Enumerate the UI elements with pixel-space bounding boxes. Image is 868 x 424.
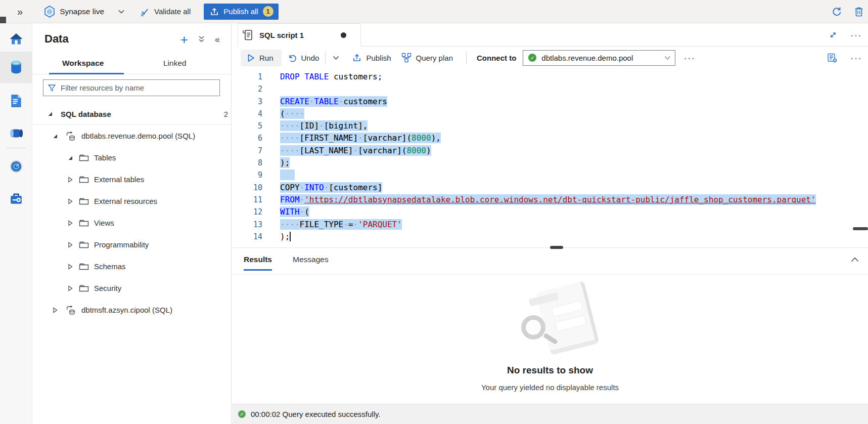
results-body: No results to show Your query yielded no… bbox=[232, 275, 868, 404]
code-line[interactable]: 5····[ID]·[bigint], bbox=[232, 120, 868, 132]
discard-all-icon[interactable] bbox=[854, 7, 864, 17]
tree-item-label: dbtlabs.revenue.demo.pool (SQL) bbox=[81, 132, 195, 140]
tab-more-actions-icon[interactable]: ··· bbox=[850, 32, 862, 37]
tree-item-external-tables[interactable]: External tables bbox=[32, 168, 232, 190]
tree-item-external-resources[interactable]: External resources bbox=[32, 190, 232, 212]
collapsed-arrow-icon[interactable] bbox=[67, 264, 73, 270]
collapsed-arrow-icon[interactable] bbox=[52, 307, 58, 313]
code-line[interactable]: 3CREATE·TABLE·customers bbox=[232, 96, 868, 108]
code-line[interactable]: 14); bbox=[232, 231, 868, 243]
undo-button[interactable]: Undo bbox=[288, 54, 319, 62]
folder-icon bbox=[79, 219, 89, 227]
line-number: 13 bbox=[232, 219, 262, 231]
publish-label: Publish bbox=[366, 54, 391, 62]
editor-scrollbar-thumb[interactable] bbox=[853, 227, 868, 230]
script-properties-icon[interactable] bbox=[828, 53, 837, 63]
tab-workspace[interactable]: Workspace bbox=[62, 59, 104, 68]
collapsed-arrow-icon[interactable] bbox=[67, 242, 73, 248]
toolbar-separator bbox=[325, 52, 326, 63]
upload-icon bbox=[210, 7, 219, 16]
add-resource-icon[interactable]: + bbox=[180, 34, 188, 45]
code-line[interactable]: 8); bbox=[232, 157, 868, 169]
nav-monitor-button[interactable] bbox=[0, 151, 32, 182]
run-button[interactable]: Run bbox=[241, 50, 282, 66]
expanded-arrow-icon[interactable] bbox=[67, 155, 73, 160]
tab-linked[interactable]: Linked bbox=[163, 59, 187, 68]
tab-sql-script-1[interactable]: SQL script 1 bbox=[238, 23, 361, 47]
validate-all-button[interactable]: Validate all bbox=[140, 7, 191, 17]
collapsed-arrow-icon[interactable] bbox=[67, 220, 73, 226]
nav-data-button[interactable] bbox=[0, 52, 32, 83]
collapse-all-icon[interactable] bbox=[198, 36, 205, 43]
panel-tabs: Workspace Linked bbox=[32, 57, 232, 75]
collapse-results-icon[interactable] bbox=[851, 257, 859, 262]
tab-messages[interactable]: Messages bbox=[293, 255, 329, 269]
line-number: 9 bbox=[232, 169, 262, 181]
code-line[interactable]: 9 bbox=[232, 169, 868, 181]
folder-icon bbox=[79, 241, 89, 248]
empty-state-title: No results to show bbox=[232, 365, 868, 376]
monitor-icon bbox=[10, 160, 23, 173]
undo-icon bbox=[288, 54, 297, 62]
code-line[interactable]: 7····[LAST_NAME]·[varchar](8000) bbox=[232, 145, 868, 157]
synapse-hexagon-icon bbox=[44, 6, 55, 18]
filter-input[interactable] bbox=[60, 83, 219, 93]
main-area: SQL script 1 ··· Run U bbox=[232, 23, 868, 424]
expand-nav-icon[interactable]: » bbox=[17, 7, 23, 17]
publish-all-button[interactable]: Publish all 1 bbox=[204, 4, 278, 20]
active-tab-underline bbox=[49, 73, 124, 74]
collapsed-arrow-icon[interactable] bbox=[67, 285, 73, 291]
tree-item-dbtmsft-azsyn-cipool-sql[interactable]: dbtmsft.azsyn.cipool (SQL) bbox=[32, 299, 232, 321]
connect-to-dropdown[interactable]: ✓ dbtlabs.revenue.demo.pool bbox=[523, 50, 675, 66]
code-line[interactable]: 10COPY·INTO·[customers] bbox=[232, 182, 868, 194]
tree-item-tables[interactable]: Tables bbox=[32, 147, 232, 168]
chevron-down-icon[interactable] bbox=[118, 10, 124, 14]
no-results-illustration bbox=[521, 286, 592, 354]
line-number: 1 bbox=[232, 71, 262, 83]
code-line[interactable]: 6····[FIRST_NAME]·[varchar](8000), bbox=[232, 132, 868, 144]
editor-more-actions-icon[interactable]: ··· bbox=[850, 55, 862, 60]
expanded-arrow-icon[interactable] bbox=[52, 134, 58, 139]
code-line[interactable]: 11FROM·'https://dbtlabsynapsedatalake.bl… bbox=[232, 194, 868, 206]
code-line[interactable]: 1DROP TABLE customers; bbox=[232, 71, 868, 83]
data-explorer-panel: Data + « Workspace Linked SQL database2d… bbox=[32, 23, 232, 424]
collapse-panel-icon[interactable]: « bbox=[215, 35, 220, 44]
collapsed-arrow-icon[interactable] bbox=[67, 198, 73, 204]
tree-item-label: Schemas bbox=[94, 262, 126, 271]
code-line[interactable]: 13····FILE_TYPE·=·'PARQUET' bbox=[232, 219, 868, 231]
toolbar-more-icon[interactable]: ··· bbox=[683, 55, 695, 60]
nav-develop-button[interactable] bbox=[0, 85, 32, 116]
collapsed-arrow-icon[interactable] bbox=[67, 177, 73, 183]
publish-icon bbox=[352, 53, 361, 62]
toolbar-separator bbox=[466, 51, 467, 64]
panel-title: Data bbox=[44, 32, 69, 46]
nav-manage-button[interactable] bbox=[0, 183, 32, 215]
tree-item-schemas[interactable]: Schemas bbox=[32, 256, 232, 277]
tree-item-sql-database[interactable]: SQL database2 bbox=[32, 103, 232, 125]
refresh-icon[interactable] bbox=[832, 7, 842, 17]
validate-all-label: Validate all bbox=[154, 7, 191, 16]
editor-toolbar: Run Undo Publish bbox=[232, 47, 868, 69]
top-command-bar: » Synapse live Validate all Publish all … bbox=[0, 0, 868, 23]
tree-item-dbtlabs-revenue-demo-pool-sql[interactable]: dbtlabs.revenue.demo.pool (SQL) bbox=[32, 125, 232, 147]
code-line[interactable]: 12WITH·( bbox=[232, 206, 868, 218]
code-line[interactable]: 4(···· bbox=[232, 108, 868, 120]
query-plan-icon bbox=[401, 53, 412, 63]
mode-selector[interactable]: Synapse live bbox=[44, 6, 104, 18]
code-line[interactable]: 2 bbox=[232, 83, 868, 95]
tree-item-label: External tables bbox=[94, 175, 144, 184]
tab-results[interactable]: Results bbox=[244, 255, 272, 271]
publish-button[interactable]: Publish bbox=[352, 53, 391, 62]
sql-pool-icon bbox=[65, 305, 76, 315]
undo-redo-chevron-icon[interactable] bbox=[331, 54, 341, 62]
tree-item-programmability[interactable]: Programmability bbox=[32, 234, 232, 256]
nav-integrate-button[interactable] bbox=[0, 117, 32, 149]
query-plan-button[interactable]: Query plan bbox=[401, 53, 453, 63]
code-editor[interactable]: 1DROP TABLE customers;23CREATE·TABLE·cus… bbox=[232, 69, 868, 247]
success-check-icon: ✓ bbox=[238, 410, 246, 418]
tree-item-views[interactable]: Views bbox=[32, 212, 232, 234]
expand-editor-icon[interactable] bbox=[829, 31, 837, 39]
nav-home-button[interactable] bbox=[0, 23, 32, 55]
tree-item-security[interactable]: Security bbox=[32, 277, 232, 299]
expanded-arrow-icon[interactable] bbox=[47, 111, 53, 116]
